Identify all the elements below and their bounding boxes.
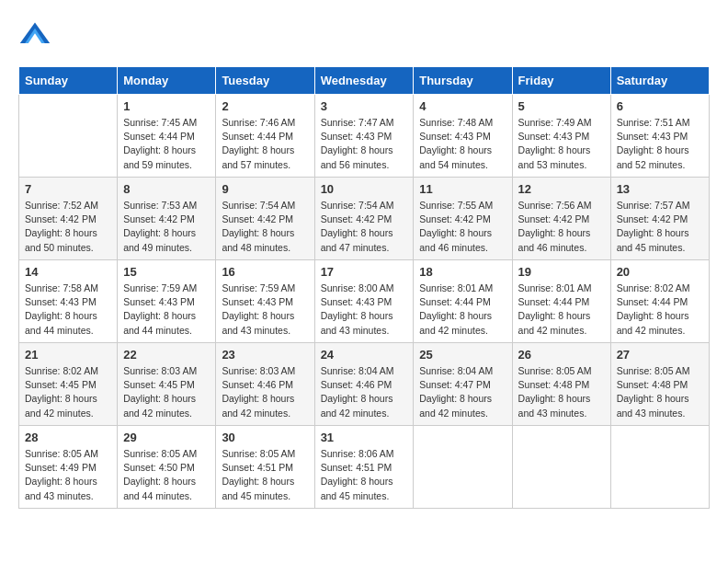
day-info: Sunrise: 7:52 AM Sunset: 4:42 PM Dayligh…: [25, 199, 111, 255]
day-number: 28: [25, 431, 111, 444]
calendar-week-row: 7Sunrise: 7:52 AM Sunset: 4:42 PM Daylig…: [19, 178, 710, 260]
day-number: 24: [321, 348, 408, 362]
calendar-cell: 3Sunrise: 7:47 AM Sunset: 4:43 PM Daylig…: [314, 95, 414, 178]
calendar-cell: 22Sunrise: 8:03 AM Sunset: 4:45 PM Dayli…: [118, 343, 216, 426]
calendar-cell: 13Sunrise: 7:57 AM Sunset: 4:42 PM Dayli…: [610, 178, 709, 260]
day-info: Sunrise: 8:03 AM Sunset: 4:45 PM Dayligh…: [123, 364, 210, 420]
day-info: Sunrise: 8:00 AM Sunset: 4:43 PM Dayligh…: [321, 282, 408, 338]
day-info: Sunrise: 8:05 AM Sunset: 4:51 PM Dayligh…: [222, 447, 308, 503]
day-number: 16: [222, 265, 308, 279]
day-info: Sunrise: 8:02 AM Sunset: 4:44 PM Dayligh…: [617, 282, 703, 338]
day-number: 29: [123, 431, 210, 444]
calendar-cell: 11Sunrise: 7:55 AM Sunset: 4:42 PM Dayli…: [414, 178, 512, 260]
day-number: 7: [25, 182, 111, 196]
day-info: Sunrise: 7:54 AM Sunset: 4:42 PM Dayligh…: [222, 199, 308, 255]
day-number: 15: [123, 265, 210, 279]
calendar-cell: 1Sunrise: 7:45 AM Sunset: 4:44 PM Daylig…: [118, 95, 216, 178]
day-info: Sunrise: 8:06 AM Sunset: 4:51 PM Dayligh…: [321, 447, 408, 503]
day-info: Sunrise: 7:49 AM Sunset: 4:43 PM Dayligh…: [518, 116, 605, 172]
day-info: Sunrise: 7:59 AM Sunset: 4:43 PM Dayligh…: [123, 282, 210, 338]
calendar-cell: 19Sunrise: 8:01 AM Sunset: 4:44 PM Dayli…: [512, 260, 610, 343]
day-number: 13: [617, 182, 703, 196]
day-info: Sunrise: 7:55 AM Sunset: 4:42 PM Dayligh…: [419, 199, 506, 255]
calendar-cell: 5Sunrise: 7:49 AM Sunset: 4:43 PM Daylig…: [512, 95, 610, 178]
day-info: Sunrise: 8:05 AM Sunset: 4:48 PM Dayligh…: [617, 364, 703, 420]
page-header: [18, 18, 710, 52]
day-info: Sunrise: 7:47 AM Sunset: 4:43 PM Dayligh…: [321, 116, 408, 172]
calendar-cell: 2Sunrise: 7:46 AM Sunset: 4:44 PM Daylig…: [216, 95, 314, 178]
day-info: Sunrise: 7:59 AM Sunset: 4:43 PM Dayligh…: [222, 282, 308, 338]
day-number: 3: [321, 99, 408, 113]
calendar-day-header: Sunday: [19, 67, 118, 95]
day-number: 17: [321, 265, 408, 279]
day-info: Sunrise: 7:48 AM Sunset: 4:43 PM Dayligh…: [419, 116, 506, 172]
calendar-week-row: 14Sunrise: 7:58 AM Sunset: 4:43 PM Dayli…: [19, 260, 710, 343]
calendar-cell: 24Sunrise: 8:04 AM Sunset: 4:46 PM Dayli…: [314, 343, 414, 426]
calendar-cell: 27Sunrise: 8:05 AM Sunset: 4:48 PM Dayli…: [610, 343, 709, 426]
logo: [18, 18, 55, 52]
day-info: Sunrise: 8:01 AM Sunset: 4:44 PM Dayligh…: [419, 282, 506, 338]
day-info: Sunrise: 8:05 AM Sunset: 4:48 PM Dayligh…: [518, 364, 605, 420]
calendar-cell: 4Sunrise: 7:48 AM Sunset: 4:43 PM Daylig…: [414, 95, 512, 178]
calendar-header-row: SundayMondayTuesdayWednesdayThursdayFrid…: [19, 67, 710, 95]
day-number: 30: [222, 431, 308, 444]
day-info: Sunrise: 7:45 AM Sunset: 4:44 PM Dayligh…: [123, 116, 210, 172]
calendar-day-header: Tuesday: [216, 67, 314, 95]
calendar-cell: 31Sunrise: 8:06 AM Sunset: 4:51 PM Dayli…: [314, 426, 414, 509]
calendar-week-row: 21Sunrise: 8:02 AM Sunset: 4:45 PM Dayli…: [19, 343, 710, 426]
day-number: 8: [123, 182, 210, 196]
calendar-cell: 6Sunrise: 7:51 AM Sunset: 4:43 PM Daylig…: [610, 95, 709, 178]
day-info: Sunrise: 8:04 AM Sunset: 4:47 PM Dayligh…: [419, 364, 506, 420]
calendar-cell: 18Sunrise: 8:01 AM Sunset: 4:44 PM Dayli…: [414, 260, 512, 343]
day-info: Sunrise: 8:02 AM Sunset: 4:45 PM Dayligh…: [25, 364, 111, 420]
day-number: 4: [419, 99, 506, 113]
day-number: 11: [419, 182, 506, 196]
day-number: 19: [518, 265, 605, 279]
day-number: 9: [222, 182, 308, 196]
calendar-cell: [610, 426, 709, 509]
day-number: 20: [617, 265, 703, 279]
day-info: Sunrise: 7:51 AM Sunset: 4:43 PM Dayligh…: [617, 116, 703, 172]
day-number: 2: [222, 99, 308, 113]
day-number: 21: [25, 348, 111, 362]
calendar-cell: [512, 426, 610, 509]
day-number: 25: [419, 348, 506, 362]
day-number: 6: [617, 99, 703, 113]
day-number: 22: [123, 348, 210, 362]
day-number: 5: [518, 99, 605, 113]
day-number: 1: [123, 99, 210, 113]
calendar-day-header: Thursday: [414, 67, 512, 95]
day-info: Sunrise: 7:58 AM Sunset: 4:43 PM Dayligh…: [25, 282, 111, 338]
day-info: Sunrise: 7:54 AM Sunset: 4:42 PM Dayligh…: [321, 199, 408, 255]
day-number: 26: [518, 348, 605, 362]
calendar-cell: 25Sunrise: 8:04 AM Sunset: 4:47 PM Dayli…: [414, 343, 512, 426]
calendar-cell: 15Sunrise: 7:59 AM Sunset: 4:43 PM Dayli…: [118, 260, 216, 343]
calendar-cell: 23Sunrise: 8:03 AM Sunset: 4:46 PM Dayli…: [216, 343, 314, 426]
calendar-week-row: 28Sunrise: 8:05 AM Sunset: 4:49 PM Dayli…: [19, 426, 710, 509]
calendar-cell: 26Sunrise: 8:05 AM Sunset: 4:48 PM Dayli…: [512, 343, 610, 426]
calendar-cell: 16Sunrise: 7:59 AM Sunset: 4:43 PM Dayli…: [216, 260, 314, 343]
calendar-cell: 20Sunrise: 8:02 AM Sunset: 4:44 PM Dayli…: [610, 260, 709, 343]
calendar-cell: 10Sunrise: 7:54 AM Sunset: 4:42 PM Dayli…: [314, 178, 414, 260]
calendar-day-header: Saturday: [610, 67, 709, 95]
logo-icon: [18, 18, 51, 52]
day-info: Sunrise: 8:05 AM Sunset: 4:49 PM Dayligh…: [25, 447, 111, 503]
calendar-cell: [19, 95, 118, 178]
day-info: Sunrise: 7:56 AM Sunset: 4:42 PM Dayligh…: [518, 199, 605, 255]
day-info: Sunrise: 8:01 AM Sunset: 4:44 PM Dayligh…: [518, 282, 605, 338]
day-info: Sunrise: 8:03 AM Sunset: 4:46 PM Dayligh…: [222, 364, 308, 420]
calendar-cell: 8Sunrise: 7:53 AM Sunset: 4:42 PM Daylig…: [118, 178, 216, 260]
day-number: 23: [222, 348, 308, 362]
calendar-cell: 12Sunrise: 7:56 AM Sunset: 4:42 PM Dayli…: [512, 178, 610, 260]
calendar-cell: 29Sunrise: 8:05 AM Sunset: 4:50 PM Dayli…: [118, 426, 216, 509]
day-number: 27: [617, 348, 703, 362]
calendar-table: SundayMondayTuesdayWednesdayThursdayFrid…: [18, 66, 710, 509]
calendar-day-header: Friday: [512, 67, 610, 95]
calendar-cell: 21Sunrise: 8:02 AM Sunset: 4:45 PM Dayli…: [19, 343, 118, 426]
calendar-cell: 14Sunrise: 7:58 AM Sunset: 4:43 PM Dayli…: [19, 260, 118, 343]
calendar-cell: 17Sunrise: 8:00 AM Sunset: 4:43 PM Dayli…: [314, 260, 414, 343]
day-number: 10: [321, 182, 408, 196]
day-number: 12: [518, 182, 605, 196]
day-info: Sunrise: 8:04 AM Sunset: 4:46 PM Dayligh…: [321, 364, 408, 420]
day-number: 18: [419, 265, 506, 279]
